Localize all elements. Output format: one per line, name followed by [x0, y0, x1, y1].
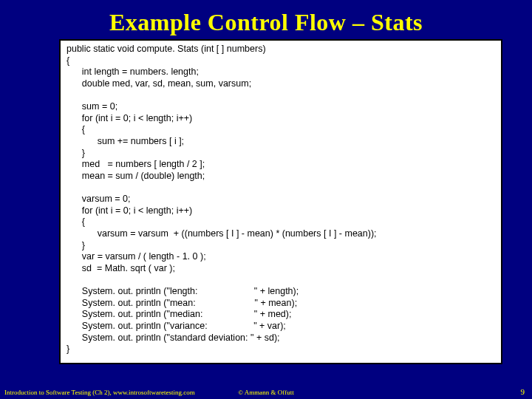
- slide-number: 9: [521, 387, 525, 396]
- slide-title: Example Control Flow – Stats: [0, 0, 532, 39]
- footer: Introduction to Software Testing (Ch 2),…: [0, 384, 532, 396]
- slide: Example Control Flow – Stats public stat…: [0, 0, 532, 399]
- code-box: public static void compute. Stats (int […: [59, 39, 502, 364]
- footer-center: © Ammann & Offutt: [0, 389, 532, 396]
- code-content: public static void compute. Stats (int […: [66, 44, 495, 355]
